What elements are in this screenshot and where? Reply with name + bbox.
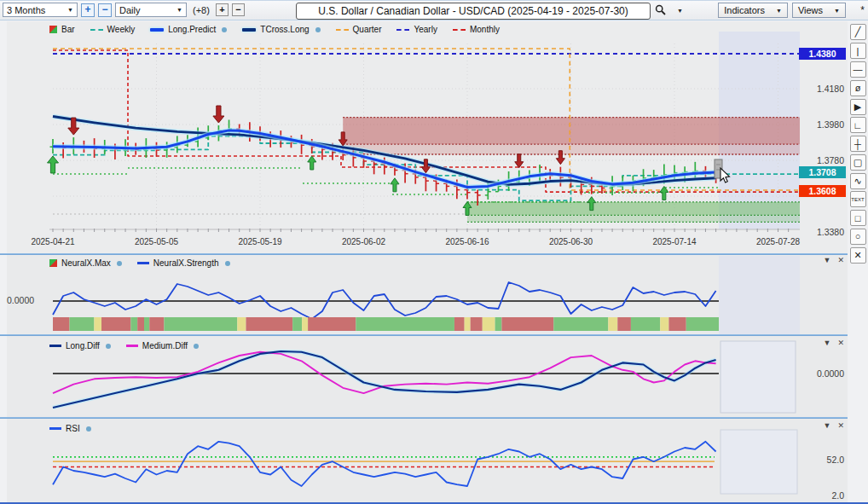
legend-label: Long.Diff bbox=[66, 341, 100, 350]
delete-tool-icon[interactable]: ✕ bbox=[850, 247, 866, 264]
unsaved-indicator: * bbox=[860, 4, 865, 16]
app-window: 3 Months ▼ + − Daily ▼ (+8) + − U.S. Dol… bbox=[0, 0, 868, 504]
date-axis-label: 2025-07-28 bbox=[746, 237, 811, 246]
symbol-search[interactable]: ▼ bbox=[655, 4, 683, 16]
info-dot-icon[interactable] bbox=[117, 261, 122, 266]
legend-swatch-icon bbox=[49, 259, 57, 267]
legend-swatch-icon bbox=[150, 28, 164, 32]
horizontal-line-tool-icon[interactable]: — bbox=[850, 61, 866, 78]
indicators-button[interactable]: Indicators ▼ bbox=[718, 3, 788, 18]
angle-tool-icon[interactable]: ∟ bbox=[850, 117, 866, 133]
vertical-line-tool-icon[interactable]: | bbox=[850, 43, 866, 59]
legend-diff-long-diff[interactable]: Long.Diff bbox=[49, 341, 111, 350]
rsi-panel-legend: RSI bbox=[49, 424, 91, 433]
legend-swatch-icon bbox=[137, 262, 149, 264]
date-axis-label: 2025-06-02 bbox=[332, 237, 396, 246]
chevron-down-icon: ▼ bbox=[176, 7, 182, 13]
legend-label: Quarter bbox=[353, 25, 382, 34]
legend-label: TCross.Long bbox=[260, 25, 309, 34]
chart-title: U.S. Dollar / Canadian Dollar - USD/CAD … bbox=[296, 3, 651, 20]
legend-main-long-predict[interactable]: Long.Predict bbox=[150, 25, 227, 34]
date-axis-label: 2025-06-16 bbox=[435, 237, 500, 246]
info-dot-icon[interactable] bbox=[225, 261, 230, 266]
rsi-level-label: 52.0 bbox=[803, 455, 844, 465]
panel-separator bbox=[0, 417, 848, 419]
info-dot-icon[interactable] bbox=[315, 27, 321, 32]
info-dot-icon[interactable] bbox=[222, 27, 227, 32]
range-select[interactable]: 3 Months ▼ bbox=[3, 3, 78, 17]
add-bars-button[interactable]: + bbox=[216, 3, 229, 16]
legend-label: Weekly bbox=[107, 25, 136, 34]
top-toolbar: 3 Months ▼ + − Daily ▼ (+8) + − U.S. Dol… bbox=[0, 1, 868, 20]
legend-label: RSI bbox=[66, 424, 80, 433]
legend-swatch-icon bbox=[336, 29, 349, 31]
main-chart-plot[interactable] bbox=[7, 21, 848, 253]
legend-diff-medium-diff[interactable]: Medium.Diff bbox=[126, 341, 199, 350]
rectangle-tool-icon[interactable]: □ bbox=[850, 210, 866, 226]
views-button-label: Views bbox=[798, 5, 823, 15]
crosshair-tool-icon[interactable]: ┼ bbox=[850, 136, 866, 152]
close-panel-icon[interactable]: ✕ bbox=[837, 339, 844, 347]
price-badge: 1.4380 bbox=[799, 48, 846, 60]
legend-swatch-icon bbox=[49, 427, 61, 430]
legend-label: NeuralX.Max bbox=[61, 258, 111, 268]
info-dot-icon[interactable] bbox=[106, 344, 111, 349]
remove-bars-button[interactable]: − bbox=[232, 3, 245, 16]
zoom-in-button[interactable]: + bbox=[81, 3, 95, 17]
close-panel-icon[interactable]: ✕ bbox=[837, 256, 844, 264]
panel-separator bbox=[0, 334, 848, 336]
legend-label: Yearly bbox=[414, 25, 437, 34]
collapse-panel-icon[interactable]: ▼ bbox=[824, 421, 831, 430]
views-button[interactable]: Views ▼ bbox=[792, 3, 846, 18]
rsi-panel-plot[interactable] bbox=[7, 419, 848, 504]
callout-tool-icon[interactable]: ▢ bbox=[850, 154, 866, 171]
rsi-panel-controls: ▼ ✕ bbox=[824, 421, 844, 430]
price-axis-label: 1.4180 bbox=[803, 84, 844, 94]
drawing-tools-column: ╱|—ø▶∟┼▢∿TEXT□○✕ bbox=[848, 23, 868, 264]
legend-main-weekly[interactable]: Weekly bbox=[90, 25, 136, 34]
zoom-out-button[interactable]: − bbox=[98, 3, 112, 17]
price-axis-label: 1.3780 bbox=[803, 155, 844, 165]
date-axis-label: 2025-06-30 bbox=[539, 237, 604, 246]
chevron-down-icon: ▼ bbox=[677, 8, 683, 14]
legend-main-quarter[interactable]: Quarter bbox=[336, 25, 382, 34]
panel-separator bbox=[0, 253, 848, 255]
info-dot-icon[interactable] bbox=[86, 426, 91, 432]
pen-tool-icon[interactable]: ø bbox=[850, 80, 866, 96]
date-axis-label: 2025-07-14 bbox=[642, 237, 707, 246]
legend-main-bar[interactable]: Bar bbox=[49, 25, 75, 34]
legend-main-monthly[interactable]: Monthly bbox=[453, 25, 500, 34]
date-axis-label: 2025-05-05 bbox=[124, 237, 189, 246]
collapse-panel-icon[interactable]: ▼ bbox=[824, 256, 831, 264]
diagonal-line-tool-icon[interactable]: ╱ bbox=[850, 24, 866, 40]
close-panel-icon[interactable]: ✕ bbox=[837, 421, 844, 430]
search-icon bbox=[655, 4, 667, 16]
marker-tool-icon[interactable]: ▶ bbox=[850, 99, 866, 115]
date-axis-label: 2025-05-19 bbox=[228, 237, 292, 246]
forecast-offset-label: (+8) bbox=[193, 5, 210, 15]
legend-main-yearly[interactable]: Yearly bbox=[396, 25, 437, 34]
legend-neural-neuralx-max[interactable]: NeuralX.Max bbox=[49, 258, 122, 268]
legend-rsi-rsi[interactable]: RSI bbox=[49, 424, 91, 433]
text-tool-icon[interactable]: TEXT bbox=[850, 191, 866, 207]
neural-zero-label: 0.0000 bbox=[7, 295, 34, 305]
rsi-low-label: 2.0 bbox=[803, 490, 844, 501]
diff-panel-controls: ▼ ✕ bbox=[824, 339, 844, 347]
wave-tool-icon[interactable]: ∿ bbox=[850, 173, 866, 189]
legend-label: Long.Predict bbox=[168, 25, 216, 34]
interval-select[interactable]: Daily ▼ bbox=[115, 3, 187, 17]
legend-label: NeuralX.Strength bbox=[153, 258, 219, 268]
legend-swatch-icon bbox=[49, 345, 61, 347]
interval-select-value: Daily bbox=[119, 5, 140, 15]
price-axis-label: 1.3980 bbox=[803, 119, 844, 130]
collapse-panel-icon[interactable]: ▼ bbox=[824, 339, 831, 347]
chevron-down-icon: ▼ bbox=[776, 8, 782, 14]
info-dot-icon[interactable] bbox=[194, 344, 199, 349]
legend-neural-neuralx-strength[interactable]: NeuralX.Strength bbox=[137, 258, 230, 268]
legend-main-tcross-long[interactable]: TCross.Long bbox=[242, 25, 320, 34]
diff-panel-legend: Long.DiffMedium.Diff bbox=[49, 341, 199, 350]
ellipse-tool-icon[interactable]: ○ bbox=[850, 229, 866, 245]
date-axis-label: 2025-04-21 bbox=[20, 237, 85, 246]
chevron-down-icon: ▼ bbox=[67, 7, 73, 13]
chevron-down-icon: ▼ bbox=[834, 8, 840, 14]
